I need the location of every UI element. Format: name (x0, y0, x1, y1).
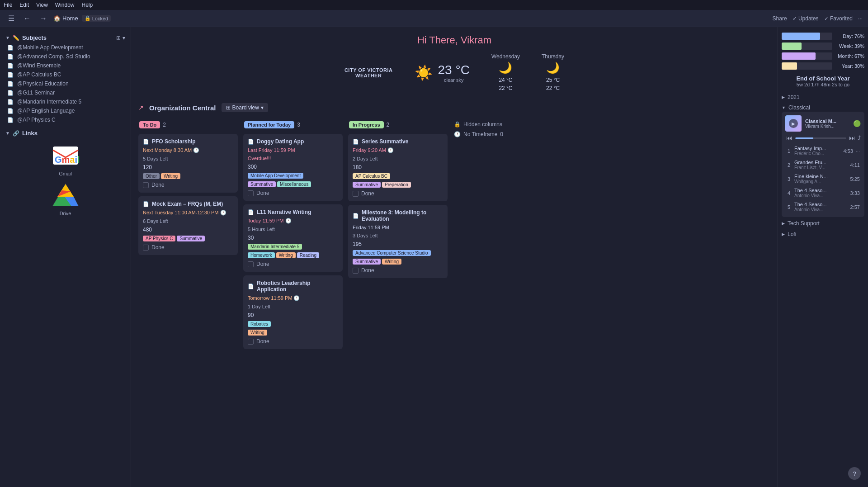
sidebar-item-label: @Physical Education (17, 80, 69, 87)
add-subject-icon[interactable]: ⊞ (116, 35, 121, 41)
card-days: 6 Days Left (143, 218, 233, 224)
music-group-lofi[interactable]: ▶ Lofi (782, 230, 864, 239)
menu-help[interactable]: Help (82, 2, 93, 8)
card-done[interactable]: Done (248, 261, 338, 267)
play-overlay[interactable]: ▶ (785, 115, 802, 132)
sidebar-item-ap-physics[interactable]: 📄 @AP Physics C (0, 115, 131, 124)
filter-subject-icon[interactable]: ▾ (123, 35, 125, 41)
track-item-3[interactable]: 3 Eine kleine N... Wolfgang A... 5:25 (785, 172, 861, 185)
sidebar-item-mobile-app[interactable]: 📄 @Mobile App Development (0, 43, 131, 52)
track-item-1[interactable]: 1 Fantasy-Imp... Frédéric Cho... 4:53 ··… (785, 144, 861, 157)
done-checkbox[interactable] (353, 191, 359, 197)
track-item-2[interactable]: 2 Grandes Etu... Franz Liszt, V... 4:11 (785, 158, 861, 171)
menu-edit[interactable]: Edit (19, 2, 29, 8)
card-l11-narrative[interactable]: 📄 L11 Narrative Writing Today 11:59 PM 🕐… (243, 204, 343, 272)
share-icon[interactable]: ⤴ (858, 135, 861, 141)
help-button[interactable]: ? (848, 467, 861, 480)
gmail-label[interactable]: Gmail (59, 171, 72, 176)
column-planned: Planned for Today 3 📄 Doggy Dating App L… (243, 119, 343, 487)
music-group-2021[interactable]: ▶ 2021 (782, 93, 864, 102)
done-checkbox[interactable] (353, 268, 359, 274)
sidebar-item-label: @G11 Seminar (17, 90, 55, 96)
no-timeframe-label[interactable]: 🕐 No Timeframe 0 (453, 129, 516, 139)
done-checkbox[interactable] (143, 182, 149, 188)
classical-header[interactable]: ▼ Classical (782, 104, 864, 112)
breadcrumb: 🏠 Home (53, 15, 78, 22)
doc-icon: 📄 (7, 90, 14, 96)
track-item-4[interactable]: 4 The 4 Seaso... Antonio Viva... 3:33 (785, 186, 861, 199)
card-milestone3[interactable]: 📄 Milestone 3: Modelling to Evaluation F… (348, 205, 448, 278)
card-done[interactable]: Done (353, 190, 443, 197)
subjects-header[interactable]: ▼ ✏️ Subjects ⊞ ▾ (0, 33, 131, 43)
spotify-icon[interactable]: 🟢 (853, 120, 861, 127)
home-label[interactable]: Home (62, 15, 78, 22)
card-robotics[interactable]: 📄 Robotics Leadership Application Tomorr… (243, 275, 343, 349)
day-progress-fill (782, 33, 820, 40)
doc-icon: 📄 (7, 108, 14, 114)
sidebar-item-label: @Mandarin Intermediate 5 (17, 99, 81, 105)
sidebar-item-ap-calculus[interactable]: 📄 @AP Calculus BC (0, 70, 131, 79)
doc-icon: 📄 (143, 201, 149, 207)
track-info: Grandes Etu... Franz Liszt, V... (794, 160, 848, 170)
drive-label[interactable]: Drive (60, 211, 71, 216)
tag-apcalc: AP Calculus BC (353, 173, 390, 179)
menu-window[interactable]: Window (55, 2, 75, 8)
track-name: Fantasy-Imp... (794, 146, 840, 151)
more-button[interactable]: ··· (858, 15, 863, 22)
menu-file[interactable]: File (4, 2, 12, 8)
track-item-5[interactable]: 5 The 4 Seaso... Antonio Viva... 2:57 (785, 200, 861, 213)
sidebar-item-adv-cs[interactable]: 📄 @Advanced Comp. Sci Studio (0, 52, 131, 61)
card-doggy-dating[interactable]: 📄 Doggy Dating App Last Friday 11:59 PM … (243, 134, 343, 201)
updates-button[interactable]: ✓ Updates (793, 15, 819, 22)
home-icon: 🏠 (53, 15, 61, 22)
card-days: 5 Days Left (143, 156, 233, 161)
done-checkbox[interactable] (248, 339, 254, 345)
share-button[interactable]: Share (773, 15, 787, 22)
menu-view[interactable]: View (36, 2, 48, 8)
card-done[interactable]: Done (353, 267, 443, 274)
svg-text:Gmail: Gmail (55, 155, 80, 165)
card-date: Next Tuesday 11:00 AM-12:30 PM 🕐 (143, 210, 233, 216)
track-more-icon[interactable]: ··· (856, 148, 860, 154)
card-series-summative[interactable]: 📄 Series Summative Friday 9:20 AM 🕐 2 Da… (348, 134, 448, 201)
expand-icon[interactable]: ↗ (138, 104, 144, 111)
back-button[interactable]: ← (21, 14, 33, 24)
tag-writing: Writing (382, 259, 401, 265)
forward-button[interactable]: → (37, 14, 50, 24)
triangle-down-icon: ▼ (782, 105, 786, 110)
card-date: Friday 9:20 AM 🕐 (353, 147, 443, 153)
sidebar-item-mandarin[interactable]: 📄 @Mandarin Intermediate 5 (0, 97, 131, 106)
previous-button[interactable]: ⏮ (785, 134, 793, 142)
links-header[interactable]: ▼ 🔗 Links (0, 128, 131, 138)
card-done[interactable]: Done (143, 244, 233, 251)
board-view-button[interactable]: ⊞ Board view ▾ (222, 103, 268, 112)
sidebar-item-phys-ed[interactable]: 📄 @Physical Education (0, 79, 131, 88)
week-progress-fill (782, 43, 802, 50)
doc-icon: 📄 (248, 209, 254, 215)
sidebar-item-wind-ensemble[interactable]: 📄 @Wind Ensemble (0, 61, 131, 70)
sidebar-item-ap-english[interactable]: 📄 @AP English Language (0, 106, 131, 115)
sidebar: ▼ ✏️ Subjects ⊞ ▾ 📄 @Mobile App Developm… (0, 27, 131, 487)
planned-count: 3 (297, 122, 300, 128)
done-checkbox[interactable] (248, 261, 254, 267)
play-button[interactable]: ▶ (789, 119, 798, 128)
next-button[interactable]: ⏭ (848, 134, 856, 142)
card-done[interactable]: Done (248, 338, 338, 345)
card-done[interactable]: Done (143, 182, 233, 188)
card-pfo-scholarship[interactable]: 📄 PFO Scholarship Next Monday 8:30 AM 🕐 … (138, 134, 238, 193)
card-done[interactable]: Done (248, 190, 338, 196)
music-group-tech-support[interactable]: ▶ Tech Support (782, 219, 864, 228)
music-progress-bar[interactable] (795, 137, 846, 139)
tag-misc: Miscellaneous (277, 181, 311, 187)
track-duration: 2:57 (850, 204, 860, 210)
year-progress-label: Year: 30% (835, 63, 864, 69)
favorited-button[interactable]: ✓ Favorited (824, 15, 853, 22)
card-mock-exam[interactable]: 📄 Mock Exam – FRQs (M, EM) Next Tuesday … (138, 196, 238, 255)
sidebar-toggle-button[interactable]: ☰ (5, 13, 17, 24)
overdue-label: Overdue!!! (248, 156, 338, 161)
classical-label: Classical (788, 104, 810, 111)
done-checkbox[interactable] (248, 190, 254, 196)
triangle-right-icon: ▶ (782, 221, 785, 226)
sidebar-item-g11-seminar[interactable]: 📄 @G11 Seminar (0, 88, 131, 97)
done-checkbox[interactable] (143, 245, 149, 251)
